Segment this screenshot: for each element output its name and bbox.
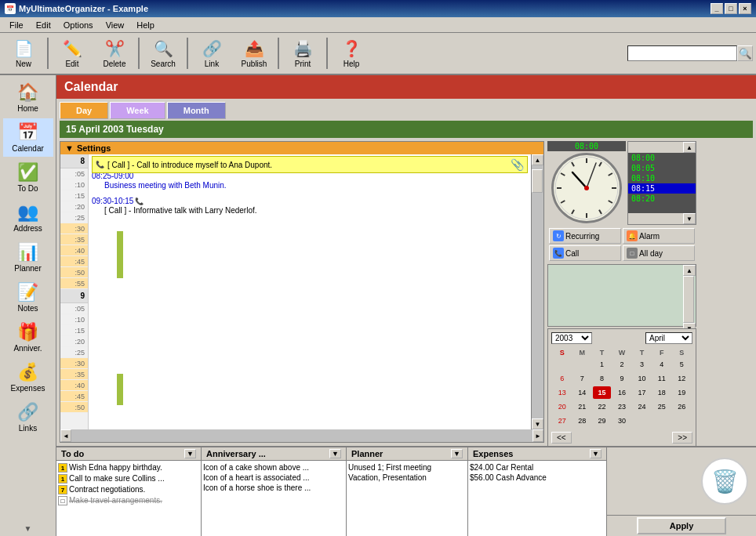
publish-icon: 📤: [245, 39, 264, 58]
clock-scroll-up[interactable]: ▲: [683, 142, 696, 153]
todo-panel-content: 1 Wish Edna happy birthday. 1 Call to ma…: [56, 461, 201, 536]
detail-scroll-up[interactable]: ▲: [683, 265, 696, 276]
maximize-button[interactable]: □: [725, 3, 737, 14]
todo-dropdown-button[interactable]: ▼: [184, 449, 196, 458]
menu-view[interactable]: View: [100, 19, 131, 31]
anniversary-item-3: Icon of a horse shoe is there ...: [203, 483, 344, 493]
planner-item-1: Unused 1; First meeting: [348, 462, 466, 473]
sidebar-item-expenses[interactable]: 💰 Expenses: [3, 358, 53, 397]
toolbar-separator-4: [278, 38, 279, 69]
toolbar-publish-button[interactable]: 📤 Publish: [234, 34, 274, 72]
toolbar-delete-button[interactable]: ✂️ Delete: [94, 34, 135, 72]
recycle-bin-icon: 🗑️: [701, 458, 748, 505]
menu-options[interactable]: Options: [57, 19, 100, 31]
recurring-button[interactable]: ↻ Recurring: [549, 228, 621, 244]
apply-button[interactable]: Apply: [637, 517, 727, 534]
todo-item-1[interactable]: 1 Wish Edna happy birthday.: [58, 462, 199, 473]
event-call-2-title[interactable]: [ Call ] - Informative talk with Larry N…: [104, 206, 528, 215]
svg-line-14: [587, 163, 596, 188]
clock-scroll-down[interactable]: ▼: [683, 213, 696, 224]
todo-item-3[interactable]: 7 Contract negotiations.: [58, 484, 199, 495]
toolbar-help-button[interactable]: ❓ Help: [331, 34, 372, 72]
sidebar-item-todo[interactable]: ✅ To Do: [3, 158, 53, 197]
clock-face: [551, 153, 622, 223]
sidebar-item-home[interactable]: 🏠 Home: [3, 78, 53, 117]
todo-item-4[interactable]: □ Make travel arrangements.: [58, 495, 199, 506]
todo-icon-4: □: [58, 496, 67, 505]
time-panel-scrollbar: ▲ ▼: [531, 154, 543, 429]
planner-header-label: Planner: [351, 449, 383, 458]
allday-label: All day: [639, 249, 663, 258]
mini-cal-next[interactable]: >>: [672, 432, 692, 444]
time-content: 8 :05 :10 :15 :20 :25 :30 :35 :40 :45 :5…: [60, 154, 543, 429]
search-icon: 🔍: [154, 39, 173, 58]
toolbar-link-label: Link: [205, 60, 219, 68]
toolbar-edit-button[interactable]: ✏️ Edit: [52, 34, 93, 72]
toolbar-link-button[interactable]: 🔗 Link: [191, 34, 232, 72]
anniversary-text-3: Icon of a horse shoe is there ...: [203, 483, 311, 492]
menu-edit[interactable]: Edit: [30, 19, 57, 31]
minimize-button[interactable]: _: [711, 3, 723, 14]
clock-scroll-btns: ▲: [628, 142, 696, 153]
todo-item-2[interactable]: 1 Call to make sure Collins ...: [58, 473, 199, 484]
svg-line-8: [572, 210, 574, 214]
title-bar: 📅 MyUltimateOrganizer - Example _ □ ×: [0, 0, 756, 17]
planner-panel-header: Planner ▼: [347, 447, 467, 461]
sidebar-item-planner[interactable]: 📊 Planner: [3, 238, 53, 277]
anniversary-dropdown-button[interactable]: ▼: [329, 449, 341, 458]
planner-dropdown-button[interactable]: ▼: [451, 449, 463, 458]
event-meeting-title[interactable]: Business meeting with Beth Munin.: [104, 181, 528, 190]
scroll-thumb[interactable]: [532, 169, 543, 193]
toolbar-print-label: Print: [295, 60, 311, 68]
anniversary-text-2: Icon of a heart is associated ...: [203, 473, 310, 482]
sidebar-todo-label: To Do: [17, 184, 38, 193]
menu-help[interactable]: Help: [130, 19, 161, 31]
tab-week[interactable]: Week: [110, 102, 165, 119]
allday-button[interactable]: □ All day: [623, 245, 695, 261]
event-call-1[interactable]: 📞 [ Call ] - Call to introduce myself to…: [92, 156, 528, 173]
hscroll-left[interactable]: ◄: [60, 429, 71, 442]
toolbar-search-label: Search: [151, 60, 176, 68]
mini-cal-prev[interactable]: <<: [551, 432, 572, 444]
close-button[interactable]: ×: [739, 3, 751, 14]
sidebar-item-links[interactable]: 🔗 Links: [3, 398, 53, 436]
mini-cal-nav: << >>: [551, 432, 692, 444]
svg-line-9: [561, 201, 565, 203]
month-select[interactable]: April: [645, 332, 692, 344]
clock-center-dot: [584, 186, 589, 190]
print-icon: 🖨️: [293, 39, 313, 58]
mini-calendar: 2003 April S M T W T F: [547, 328, 696, 446]
sidebar-scroll-down[interactable]: ▼: [24, 524, 32, 533]
hscroll-right[interactable]: ►: [532, 429, 543, 442]
menu-bar: File Edit Options View Help: [0, 17, 756, 33]
time-labels-col: 8 :05 :10 :15 :20 :25 :30 :35 :40 :45 :5…: [60, 154, 89, 429]
clock-time-2: 08:10: [628, 173, 696, 183]
scroll-down-button[interactable]: ▼: [532, 418, 543, 429]
scroll-up-button[interactable]: ▲: [532, 154, 543, 165]
toolbar-print-button[interactable]: 🖨️ Print: [282, 34, 323, 72]
tab-month[interactable]: Month: [167, 102, 226, 119]
todo-text-3: Contract negotiations.: [69, 485, 145, 494]
anniversary-panel-header: Anniversary ... ▼: [202, 447, 346, 461]
expenses-dropdown-button[interactable]: ▼: [590, 449, 602, 458]
expenses-panel-header: Expenses ▼: [468, 447, 606, 461]
toolbar-new-button[interactable]: 📄 New: [3, 34, 44, 72]
call-button[interactable]: 📞 Call: [549, 245, 621, 261]
mini-cal-header: 2003 April: [551, 332, 692, 344]
svg-line-12: [572, 162, 574, 166]
menu-file[interactable]: File: [3, 19, 30, 31]
toolbar-search-submit[interactable]: 🔍: [737, 45, 753, 61]
alarm-button[interactable]: 🔔 Alarm: [623, 228, 695, 244]
sidebar-item-address[interactable]: 👥 Address: [3, 198, 53, 237]
settings-header: ▼ Settings: [60, 142, 543, 154]
sidebar-item-anniversary[interactable]: 🎁 Anniver.: [3, 318, 53, 357]
tab-day[interactable]: Day: [60, 102, 108, 119]
allday-icon: □: [627, 248, 638, 259]
toolbar-search-input[interactable]: [627, 45, 737, 61]
event-detail-panel: ▲ ▼: [547, 264, 696, 327]
sidebar-item-notes[interactable]: 📝 Notes: [3, 278, 53, 317]
toolbar-search-button[interactable]: 🔍 Search: [143, 34, 184, 72]
sidebar-item-calendar[interactable]: 📅 Calendar: [3, 118, 53, 157]
year-select[interactable]: 2003: [551, 332, 592, 344]
anniversary-header-label: Anniversary ...: [206, 449, 266, 458]
